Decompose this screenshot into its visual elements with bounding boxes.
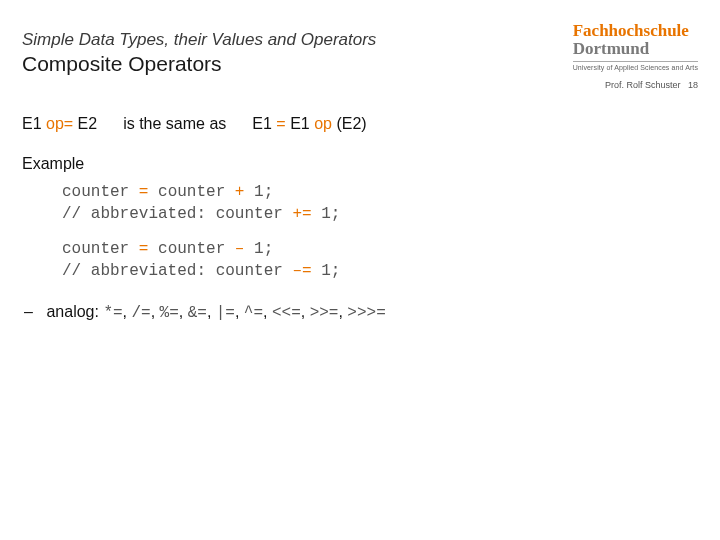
footer-page-number: 18 [688,80,698,90]
slide-footer: Prof. Rolf Schuster 18 [605,80,698,90]
bullet-dash: – [24,303,42,321]
code-text: counter [148,240,234,258]
def-e1c: E1 [286,115,314,132]
def-op-assign: op= [46,115,73,132]
code-op: –= [292,262,311,280]
analog-sep: , [235,303,244,320]
code-op: = [139,183,149,201]
analog-label: analog: [46,303,103,320]
code-line: // abbreviated: counter += 1; [62,203,698,225]
code-text: counter [62,240,139,258]
analog-op: *= [103,304,122,322]
analog-sep: , [179,303,188,320]
example-label: Example [22,155,698,173]
analog-sep: , [301,303,310,320]
code-op: += [292,205,311,223]
code-op: = [139,240,149,258]
def-op: op [314,115,332,132]
analog-op: ^= [244,304,263,322]
analog-op: /= [131,304,150,322]
code-text: // abbreviated: counter [62,205,292,223]
code-text: 1; [312,205,341,223]
code-text: counter [148,183,234,201]
code-line: counter = counter – 1; [62,238,698,260]
slide-title: Composite Operators [22,52,698,76]
footer-author: Prof. Rolf Schuster [605,80,681,90]
analog-sep: , [207,303,216,320]
code-text: 1; [312,262,341,280]
code-block-1: counter = counter + 1; // abbreviated: c… [62,181,698,226]
code-op: – [235,240,245,258]
analog-row: – analog: *=, /=, %=, &=, |=, ^=, <<=, >… [42,303,698,322]
analog-op: &= [188,304,207,322]
code-op: + [235,183,245,201]
analog-op: |= [216,304,235,322]
def-eq: = [276,115,285,132]
code-block-2: counter = counter – 1; // abbreviated: c… [62,238,698,283]
def-e1b: E1 [252,115,276,132]
code-line: counter = counter + 1; [62,181,698,203]
def-e1: E1 [22,115,46,132]
analog-sep: , [151,303,160,320]
analog-sep: , [263,303,272,320]
analog-op: >>>= [347,304,385,322]
code-line: // abbreviated: counter –= 1; [62,260,698,282]
def-mid: is the same as [123,115,226,132]
analog-op: <<= [272,304,301,322]
code-text: // abbreviated: counter [62,262,292,280]
code-text: counter [62,183,139,201]
code-text: 1; [244,183,273,201]
analog-ops: *=, /=, %=, &=, |=, ^=, <<=, >>=, >>>= [103,303,385,320]
def-e2: E2 [73,115,97,132]
def-paren: (E2) [332,115,367,132]
analog-op: %= [160,304,179,322]
analog-op: >>= [310,304,339,322]
slide-content: E1 op= E2is the same asE1 = E1 op (E2) E… [22,115,698,322]
definition-line: E1 op= E2is the same asE1 = E1 op (E2) [22,115,698,133]
slide-header: Simple Data Types, their Values and Oper… [22,30,698,76]
slide: Fachhochschule Dortmund University of Ap… [0,0,720,540]
code-text: 1; [244,240,273,258]
slide-supertitle: Simple Data Types, their Values and Oper… [22,30,698,50]
